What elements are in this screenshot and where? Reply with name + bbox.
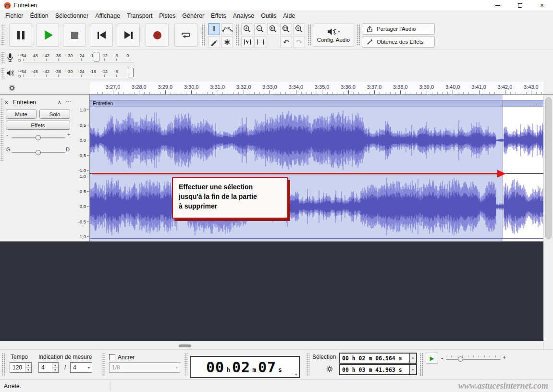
horizontal-scrollbar-thumb[interactable] [179,344,191,347]
envelope-tool-button[interactable] [221,23,233,35]
time-signature-separator: / [64,364,66,371]
selection-start-field[interactable]: 00 h 02 m 06.564 s ▾ [339,353,417,364]
menu-item-transport[interactable]: Transport [123,12,156,20]
selection-toolbar-grip[interactable] [307,353,309,376]
zoom-toggle-button[interactable] [293,23,305,35]
menu-item-selectionner[interactable]: Sélectionner [52,12,92,20]
tempo-input[interactable]: 120 ▴▾ [10,362,32,373]
skip-to-start-button[interactable] [90,24,113,47]
playback-meter[interactable]: G D -54-48-42-36-30-24-18-12-6 [0,66,144,82]
transport-toolbar-grip[interactable] [1,24,4,46]
time-toolbar-grip[interactable] [2,353,5,376]
chevron-down-icon[interactable]: ▾ [409,365,416,374]
solo-button[interactable]: Solo [39,110,70,119]
zoom-selection-icon [269,24,278,34]
loop-button[interactable] [174,24,197,47]
snap-mode-select[interactable]: 1/8 ▾ [109,362,180,373]
chevron-down-icon[interactable]: ▾ [295,372,297,377]
spinner-down-icon[interactable]: ▾ [25,368,31,373]
zoom-fit-project-button[interactable] [280,23,292,35]
chevron-down-icon[interactable]: ▾ [409,354,416,363]
multi-tool-button[interactable]: ∗ [221,36,233,48]
record-button[interactable] [146,24,169,47]
clip-menu-icon[interactable]: … [534,99,540,105]
menu-item-generer[interactable]: Générer [179,12,208,20]
clip-header[interactable]: Entretien … [90,100,543,107]
amplitude-ruler[interactable]: 1,00,50,0-0,5-1,01,00,50,0-0,5-1,0 [76,95,90,242]
pause-button[interactable] [9,24,32,47]
zoom-selection-button[interactable] [267,23,279,35]
track-close-icon[interactable]: × [5,99,8,106]
recording-meter-grip[interactable] [1,52,4,64]
spinner-up-icon[interactable]: ▴ [25,363,31,368]
time-signature-upper-input[interactable]: 4 ▴▾ [38,362,59,373]
track-name[interactable]: Entretien [13,99,36,106]
stop-button[interactable] [63,24,86,47]
tempo-spinner[interactable]: ▴▾ [25,363,31,372]
close-button[interactable]: × [531,0,553,11]
track-collapse-icon[interactable]: ∧ [58,99,61,105]
tools-toolbar-grip[interactable] [202,24,205,46]
menu-item-outils[interactable]: Outils [258,12,280,20]
timeline-options-gear-icon[interactable] [8,84,16,94]
zoom-in-button[interactable] [241,23,253,35]
spinner-up-icon[interactable]: ▴ [52,363,58,368]
time-signature-spinner[interactable]: ▴▾ [52,363,58,372]
pan-slider-thumb[interactable] [36,150,41,155]
minimize-button[interactable] [487,0,509,11]
menu-item-pistes[interactable]: Pistes [156,12,179,20]
menu-item-analyse[interactable]: Analyse [230,12,258,20]
snapping-toolbar-grip[interactable] [102,353,105,376]
menu-item-fichier[interactable]: Fichier [2,12,27,20]
selection-tool-button[interactable]: I [208,23,220,35]
play-at-speed-button[interactable]: ▶ [426,353,438,364]
timeline-minor-tick [463,92,464,94]
record-volume-slider-thumb[interactable] [94,52,99,61]
timeline-ruler[interactable]: 3:27,03:28,03:29,03:30,03:31,03:32,03:33… [90,82,543,95]
undo-button[interactable]: ↶ [280,36,292,48]
track-view-area[interactable]: Entretien … Effectuer une sélection jusq… [90,95,543,242]
effects-button[interactable]: Effets [6,121,70,130]
share-audio-button[interactable]: Partager l'Audio [362,23,435,35]
selection-end-field[interactable]: 00 h 03 m 41.963 s ▾ [339,364,417,375]
selection-settings-gear-icon[interactable] [326,365,333,375]
audio-setup-grip[interactable] [308,24,311,46]
snap-checkbox[interactable] [109,354,115,360]
maximize-button[interactable] [509,0,531,11]
vertical-scrollbar[interactable] [543,95,553,349]
track-control-panel[interactable]: × Entretien ∧ … Mute Solo Effets - + G D [0,95,76,242]
time-signature-lower-select[interactable]: 4 ▾ [70,362,92,373]
horizontal-scrollbar[interactable] [0,341,543,349]
get-effects-button[interactable]: Obtenez des Effets [362,36,435,48]
speed-toolbar-grip[interactable] [420,353,423,376]
skip-to-end-button[interactable] [117,24,140,47]
track-menu-icon[interactable]: … [66,97,72,103]
waveform[interactable] [90,107,543,239]
recording-meter[interactable]: G D -54-48-42-36-30-24-18-12-60 [0,50,144,66]
gain-slider-thumb[interactable] [36,135,41,140]
vertical-scrollbar-thumb[interactable] [545,97,552,239]
audio-position-display[interactable]: 00h02m07s ▾ [190,356,300,378]
playback-volume-slider-thumb[interactable] [128,68,134,77]
draw-tool-button[interactable] [208,36,220,48]
menu-item-affichage[interactable]: Affichage [92,12,123,20]
track-drag-handle[interactable] [0,98,3,161]
spinner-down-icon[interactable]: ▾ [52,368,58,373]
playback-meter-grip[interactable] [1,68,4,80]
zoom-out-button[interactable] [254,23,266,35]
play-button[interactable] [36,24,59,47]
redo-button[interactable]: ↷ [293,36,305,48]
speed-slider-groove[interactable] [446,359,501,360]
menu-item-aide[interactable]: Aide [280,12,298,20]
audio-clip[interactable]: Entretien … [90,100,543,239]
edit-toolbar-grip[interactable] [236,24,239,46]
time-display-grip[interactable] [184,353,187,376]
menu-item-edition[interactable]: Édition [27,12,52,20]
menu-item-effets[interactable]: Effets [208,12,230,20]
meter-scale-label: -6 [114,53,118,58]
mute-button[interactable]: Mute [6,110,37,119]
share-toolbar-grip[interactable] [357,24,360,46]
trim-audio-button[interactable] [241,36,253,48]
silence-audio-button[interactable] [254,36,266,48]
audio-setup-button[interactable]: ▾ Config. Audio [313,24,354,47]
